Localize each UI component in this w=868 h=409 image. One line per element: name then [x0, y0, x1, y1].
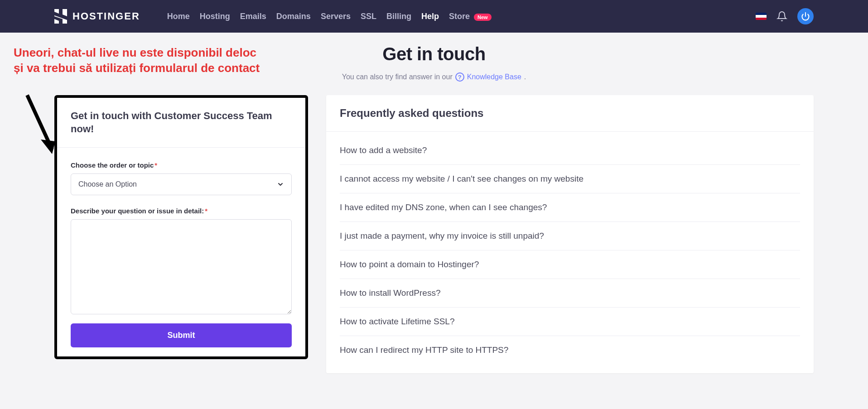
faq-list: How to add a website? I cannot access my…: [326, 132, 814, 373]
knowledge-base-link[interactable]: Knowledge Base: [467, 73, 521, 81]
faq-item[interactable]: How to add a website?: [340, 136, 800, 165]
question-icon: ?: [455, 72, 464, 82]
faq-item[interactable]: I cannot access my website / I can't see…: [340, 165, 800, 193]
topic-select-value: Choose an Option: [78, 180, 137, 188]
nav-link-ssl[interactable]: SSL: [361, 12, 376, 21]
brand-text: HOSTINGER: [72, 10, 140, 22]
subtitle-prefix: You can also try find answer in our: [342, 73, 453, 81]
nav-link-help[interactable]: Help: [421, 12, 439, 21]
faq-item[interactable]: How to point a domain to Hostinger?: [340, 250, 800, 279]
annotation-text: Uneori, chat-ul live nu este disponibil …: [14, 45, 267, 76]
new-badge: New: [474, 14, 492, 21]
power-icon: [801, 12, 810, 21]
bell-icon[interactable]: [776, 11, 787, 22]
nav-link-billing[interactable]: Billing: [386, 12, 411, 21]
contact-form-card: Get in touch with Customer Success Team …: [57, 98, 305, 356]
annotation-arrow-icon: [18, 91, 59, 159]
submit-button[interactable]: Submit: [71, 323, 292, 347]
contact-form-highlight: Get in touch with Customer Success Team …: [54, 95, 308, 359]
chevron-down-icon: [277, 181, 284, 188]
contact-form-header: Get in touch with Customer Success Team …: [57, 98, 305, 148]
nav-link-servers[interactable]: Servers: [321, 12, 351, 21]
describe-label-text: Describe your question or issue in detai…: [71, 207, 204, 215]
brand-logo[interactable]: HOSTINGER: [54, 9, 140, 24]
topic-label: Choose the order or topic*: [71, 161, 292, 169]
faq-item[interactable]: I just made a payment, why my invoice is…: [340, 222, 800, 250]
nav-link-home[interactable]: Home: [167, 12, 190, 21]
required-asterisk: *: [154, 161, 157, 169]
nav-link-hosting[interactable]: Hosting: [200, 12, 230, 21]
nav-link-domains[interactable]: Domains: [276, 12, 311, 21]
faq-card: Frequently asked questions How to add a …: [326, 95, 814, 373]
nav-right: [756, 8, 814, 24]
topic-label-text: Choose the order or topic: [71, 161, 154, 169]
faq-item[interactable]: How can I redirect my HTTP site to HTTPS…: [340, 336, 800, 364]
contact-form-body: Choose the order or topic* Choose an Opt…: [57, 148, 305, 356]
flag-icon[interactable]: [756, 13, 767, 20]
subtitle-suffix: .: [524, 73, 526, 81]
describe-label: Describe your question or issue in detai…: [71, 207, 292, 215]
top-nav: HOSTINGER Home Hosting Emails Domains Se…: [0, 0, 868, 33]
required-asterisk: *: [205, 207, 207, 215]
svg-marker-1: [41, 140, 55, 154]
topic-select[interactable]: Choose an Option: [71, 173, 292, 195]
hostinger-logo-icon: [54, 9, 67, 24]
faq-header: Frequently asked questions: [326, 95, 814, 132]
faq-item[interactable]: How to activate Lifetime SSL?: [340, 308, 800, 336]
describe-textarea[interactable]: [71, 219, 292, 314]
main-columns: Get in touch with Customer Success Team …: [0, 82, 868, 373]
nav-links: Home Hosting Emails Domains Servers SSL …: [167, 12, 492, 21]
nav-link-emails[interactable]: Emails: [240, 12, 266, 21]
faq-item[interactable]: I have edited my DNS zone, when can I se…: [340, 193, 800, 222]
nav-link-store[interactable]: Store New: [449, 12, 492, 21]
faq-item[interactable]: How to install WordPress?: [340, 279, 800, 308]
power-button[interactable]: [797, 8, 814, 24]
nav-link-store-label: Store: [449, 12, 470, 21]
